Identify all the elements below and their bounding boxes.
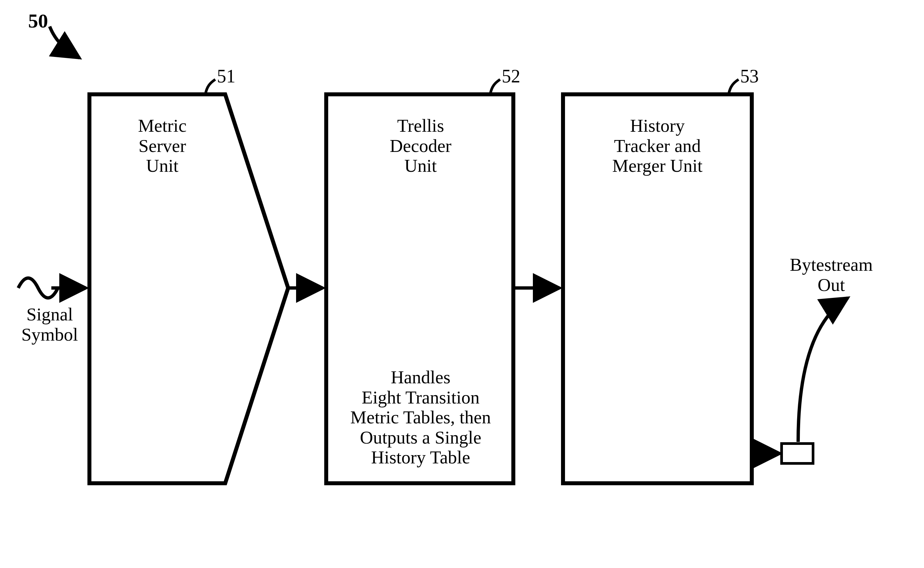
ref-53: 53	[740, 66, 759, 87]
diagram-stage: 50 Signal Symbol 51 Metric Server Unit 5…	[0, 0, 924, 568]
figure-number: 50	[28, 10, 48, 32]
ref-53-leader	[729, 79, 738, 94]
output-label: Bytestream Out	[762, 255, 901, 295]
metric-server-title: Metric Server Unit	[99, 116, 225, 176]
trellis-decoder-body: Handles Eight Transition Metric Tables, …	[331, 367, 510, 468]
ref-51-leader	[205, 79, 215, 94]
trellis-decoder-title: Trellis Decoder Unit	[334, 116, 507, 176]
input-label: Signal Symbol	[17, 305, 83, 344]
ref-52: 52	[502, 66, 520, 87]
figure-leader-arrow	[50, 26, 80, 58]
history-tracker-title: History Tracker and Merger Unit	[570, 116, 745, 176]
output-port-box	[782, 444, 813, 464]
output-curve-arrow	[798, 298, 848, 442]
ref-52-leader	[490, 79, 500, 94]
ref-51: 51	[217, 66, 236, 87]
